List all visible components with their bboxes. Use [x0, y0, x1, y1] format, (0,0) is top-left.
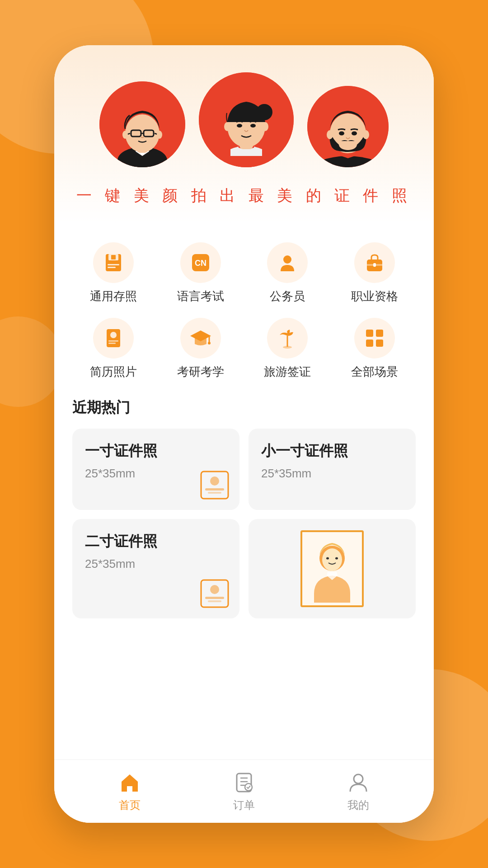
card-one-inch-title: 一寸证件照: [85, 441, 227, 461]
general-icon-box: [93, 242, 134, 283]
travel-icon-box: [267, 318, 308, 359]
civil-label: 公务员: [270, 288, 305, 304]
svg-rect-34: [108, 264, 119, 265]
svg-rect-53: [366, 340, 373, 347]
save-icon: [102, 251, 125, 274]
svg-point-73: [245, 783, 252, 791]
nav-orders-label: 订单: [233, 798, 255, 812]
exam-icon-box: [180, 318, 221, 359]
category-general[interactable]: 通用存照: [72, 242, 155, 304]
svg-point-38: [283, 255, 291, 264]
profile-icon: [347, 771, 370, 794]
svg-rect-41: [373, 263, 376, 267]
svg-point-19: [237, 124, 242, 127]
bg-decoration-ml: [0, 316, 63, 407]
language-label: 语言考试: [177, 288, 224, 304]
svg-point-50: [283, 346, 292, 349]
language-icon-box: CN: [180, 242, 221, 283]
svg-rect-52: [376, 330, 383, 337]
svg-point-9: [122, 131, 128, 139]
cn-icon: CN: [189, 251, 212, 274]
svg-rect-44: [108, 340, 118, 342]
avatar-woman: [199, 72, 294, 167]
svg-rect-58: [208, 492, 221, 494]
hero-section: 一 键 美 颜 拍 出 最 美 的 证 件 照: [54, 45, 434, 224]
svg-rect-62: [208, 600, 221, 602]
category-exam[interactable]: 考研考学: [160, 318, 242, 380]
person-icon: [276, 251, 299, 274]
svg-text:CN: CN: [195, 259, 206, 268]
card-two-inch-size: 25*35mm: [85, 557, 227, 571]
all-label: 全部场景: [351, 364, 398, 380]
large-preview-image: [300, 530, 364, 607]
svg-point-30: [363, 130, 369, 139]
svg-point-10: [157, 131, 162, 139]
category-all[interactable]: 全部场景: [333, 318, 416, 380]
svg-rect-54: [376, 340, 383, 347]
svg-point-22: [262, 122, 268, 131]
card-two-inch-title: 二寸证件照: [85, 532, 227, 552]
avatars-row: [99, 72, 389, 167]
svg-point-18: [226, 133, 229, 136]
svg-rect-61: [205, 597, 224, 599]
graduation-icon: [189, 327, 212, 349]
nav-profile[interactable]: 我的: [301, 771, 416, 812]
avatar-beard-man: [307, 86, 389, 167]
exam-label: 考研考学: [177, 364, 224, 380]
svg-point-43: [110, 332, 117, 338]
svg-point-20: [250, 124, 256, 127]
card-large-preview[interactable]: [249, 519, 416, 618]
career-icon-box: [354, 242, 395, 283]
avatar-glasses-man: [99, 81, 185, 167]
card-small-one-inch-size: 25*35mm: [261, 467, 403, 481]
svg-point-28: [352, 132, 357, 136]
large-avatar-icon: [305, 535, 359, 603]
svg-point-48: [208, 342, 211, 344]
nav-profile-label: 我的: [347, 798, 369, 812]
svg-point-66: [326, 557, 329, 560]
svg-point-56: [210, 476, 219, 486]
nav-home[interactable]: 首页: [72, 771, 187, 812]
nav-orders[interactable]: 订单: [187, 771, 301, 812]
card-two-inch[interactable]: 二寸证件照 25*35mm: [72, 519, 239, 618]
category-grid: 通用存照 CN 语言考试: [72, 242, 416, 380]
svg-point-15: [261, 105, 270, 114]
svg-point-67: [335, 557, 338, 560]
svg-rect-68: [127, 786, 132, 792]
main-content: 通用存照 CN 语言考试: [54, 224, 434, 760]
bottom-nav: 首页 订单: [54, 760, 434, 823]
id-card-icon-2: [199, 578, 230, 609]
resume-icon-box: [93, 318, 134, 359]
photo-cards-grid: 一寸证件照 25*35mm 小一寸证件照 25*35mm 二寸证件照 25*35…: [72, 429, 416, 618]
svg-rect-35: [108, 267, 116, 268]
svg-point-27: [339, 132, 344, 136]
nav-home-label: 首页: [119, 798, 141, 812]
orders-icon: [232, 771, 256, 794]
svg-point-65: [322, 548, 342, 571]
svg-rect-33: [111, 255, 116, 259]
travel-label: 旅游签证: [264, 364, 311, 380]
svg-rect-45: [108, 343, 116, 344]
category-resume[interactable]: 简历照片: [72, 318, 155, 380]
resume-label: 简历照片: [90, 364, 137, 380]
id-card-icon-1: [199, 469, 230, 501]
card-one-inch[interactable]: 一寸证件照 25*35mm: [72, 429, 239, 510]
briefcase-icon: [363, 251, 386, 274]
svg-point-74: [354, 774, 363, 783]
svg-rect-57: [205, 488, 224, 491]
svg-point-60: [210, 585, 219, 594]
svg-rect-51: [366, 330, 373, 337]
resume-icon: [102, 327, 125, 349]
category-language[interactable]: CN 语言考试: [160, 242, 242, 304]
grid-icon: [363, 327, 386, 349]
card-small-one-inch[interactable]: 小一寸证件照 25*35mm: [249, 429, 416, 510]
civil-icon-box: [267, 242, 308, 283]
category-civil[interactable]: 公务员: [246, 242, 329, 304]
category-travel[interactable]: 旅游签证: [246, 318, 329, 380]
category-career[interactable]: 职业资格: [333, 242, 416, 304]
all-icon-box: [354, 318, 395, 359]
general-label: 通用存照: [90, 288, 137, 304]
card-small-one-inch-title: 小一寸证件照: [261, 441, 403, 461]
svg-point-21: [224, 122, 230, 131]
recent-title: 近期热门: [72, 398, 416, 418]
